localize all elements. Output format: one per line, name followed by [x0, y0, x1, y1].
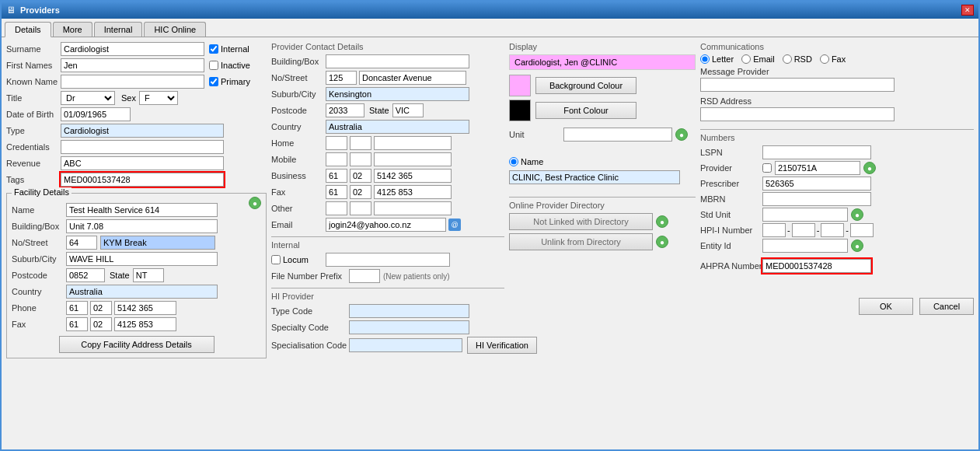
- prescriber-input[interactable]: [762, 177, 871, 191]
- provider-row: Provider ●: [700, 161, 974, 175]
- tags-input[interactable]: [61, 173, 224, 187]
- not-linked-btn[interactable]: Not Linked with Directory: [509, 213, 653, 230]
- contact-state-input[interactable]: [392, 103, 424, 117]
- facility-green-btn[interactable]: ●: [249, 197, 261, 209]
- business3[interactable]: [374, 169, 452, 183]
- other1[interactable]: [326, 201, 347, 215]
- hpi1[interactable]: [762, 223, 786, 237]
- cfax3[interactable]: [374, 185, 452, 199]
- hpi2[interactable]: [792, 223, 815, 237]
- lspn-input[interactable]: [762, 145, 871, 159]
- home1[interactable]: [326, 136, 347, 150]
- clinic-name-input[interactable]: [509, 170, 680, 184]
- tab-more[interactable]: More: [53, 22, 92, 37]
- rsd-address-input[interactable]: [700, 107, 895, 121]
- credentials-input[interactable]: [61, 140, 224, 154]
- facility-box-input[interactable]: [66, 219, 218, 233]
- facility-phone2[interactable]: [90, 301, 112, 315]
- rsd-radio[interactable]: [783, 54, 792, 64]
- facility-street-name[interactable]: [100, 236, 215, 250]
- contact-street-num[interactable]: [326, 71, 357, 85]
- sex-select[interactable]: F M: [139, 91, 178, 105]
- tab-details[interactable]: Details: [5, 22, 51, 37]
- facility-fax2[interactable]: [90, 317, 112, 331]
- contact-box-input[interactable]: [326, 54, 469, 68]
- facility-fax1[interactable]: [66, 317, 88, 331]
- mobile2[interactable]: [350, 152, 371, 166]
- surname-input[interactable]: [61, 42, 204, 56]
- facility-suburb-input[interactable]: [66, 252, 218, 266]
- cfax2[interactable]: [350, 185, 371, 199]
- locum-row: Locum: [271, 253, 504, 267]
- unit-green-btn[interactable]: ●: [675, 128, 688, 141]
- close-button[interactable]: ✕: [961, 5, 974, 16]
- inactive-checkbox[interactable]: [209, 61, 218, 70]
- unlink-green-btn[interactable]: ●: [656, 236, 668, 248]
- mobile1[interactable]: [326, 152, 347, 166]
- business1[interactable]: [326, 169, 347, 183]
- name-radio[interactable]: [509, 157, 518, 166]
- home2[interactable]: [350, 136, 371, 150]
- provider-input[interactable]: [775, 161, 860, 175]
- knownname-input[interactable]: [61, 75, 204, 89]
- typecode-input[interactable]: [349, 304, 469, 318]
- other2[interactable]: [350, 201, 371, 215]
- contact-postcode-input[interactable]: [326, 103, 364, 117]
- fax-radio[interactable]: [820, 54, 829, 64]
- facility-postcode-input[interactable]: [66, 268, 105, 282]
- locum-checkbox[interactable]: [271, 255, 281, 264]
- mobile3[interactable]: [374, 152, 452, 166]
- dob-input[interactable]: [61, 107, 131, 121]
- type-input[interactable]: [61, 124, 224, 138]
- unlink-btn[interactable]: Unlink from Directory: [509, 233, 653, 250]
- entityid-green-btn[interactable]: ●: [851, 239, 863, 252]
- provider-green-btn[interactable]: ●: [863, 162, 876, 174]
- firstname-input[interactable]: [61, 58, 204, 72]
- tab-hic-online[interactable]: HIC Online: [144, 22, 206, 37]
- internal-checkbox[interactable]: [209, 44, 218, 54]
- hpi3[interactable]: [821, 223, 844, 237]
- mbrn-input[interactable]: [762, 192, 871, 206]
- facility-phone3[interactable]: [114, 301, 176, 315]
- facility-country-input[interactable]: [66, 285, 218, 299]
- title-select[interactable]: Dr: [61, 91, 115, 105]
- email-radio[interactable]: [741, 54, 751, 64]
- facility-street-num[interactable]: [66, 236, 97, 250]
- copy-facility-btn[interactable]: Copy Facility Address Details: [59, 336, 214, 353]
- facility-postcode-label: Postcode: [12, 271, 66, 280]
- stdunit-green-btn[interactable]: ●: [851, 208, 863, 221]
- home3[interactable]: [374, 136, 452, 150]
- business2[interactable]: [350, 169, 371, 183]
- unit-input[interactable]: [563, 128, 672, 142]
- cancel-button[interactable]: Cancel: [919, 298, 974, 315]
- contact-street-name[interactable]: [359, 71, 466, 85]
- facility-name-input[interactable]: [66, 203, 218, 217]
- stdunit-input[interactable]: [762, 208, 848, 222]
- filenumber-input[interactable]: [349, 269, 380, 283]
- revenue-input[interactable]: [61, 156, 224, 170]
- ok-button[interactable]: OK: [859, 298, 913, 315]
- provider-checkbox[interactable]: [762, 163, 772, 173]
- facility-fax3[interactable]: [114, 317, 176, 331]
- primary-checkbox[interactable]: [209, 77, 218, 86]
- not-linked-green-btn[interactable]: ●: [656, 215, 668, 228]
- email-input[interactable]: [326, 218, 446, 232]
- facility-phone1[interactable]: [66, 301, 88, 315]
- facility-state-input[interactable]: [133, 268, 164, 282]
- tab-internal[interactable]: Internal: [94, 22, 143, 37]
- specialtycode-input[interactable]: [349, 320, 469, 334]
- specialisationcode-input[interactable]: [349, 338, 462, 352]
- contact-country-input[interactable]: [326, 120, 469, 134]
- email-icon[interactable]: @: [448, 219, 461, 231]
- letter-radio[interactable]: [700, 54, 710, 64]
- locum-input[interactable]: [326, 253, 450, 267]
- other3[interactable]: [374, 201, 452, 215]
- ahpra-input[interactable]: [762, 259, 871, 273]
- contact-suburb-input[interactable]: [326, 87, 469, 101]
- cfax1[interactable]: [326, 185, 347, 199]
- font-colour-btn[interactable]: Font Colour: [535, 102, 636, 119]
- hpi4[interactable]: [850, 223, 874, 237]
- entityid-input[interactable]: [762, 239, 848, 253]
- background-colour-btn[interactable]: Background Colour: [535, 77, 636, 94]
- msg-provider-input[interactable]: [700, 78, 895, 92]
